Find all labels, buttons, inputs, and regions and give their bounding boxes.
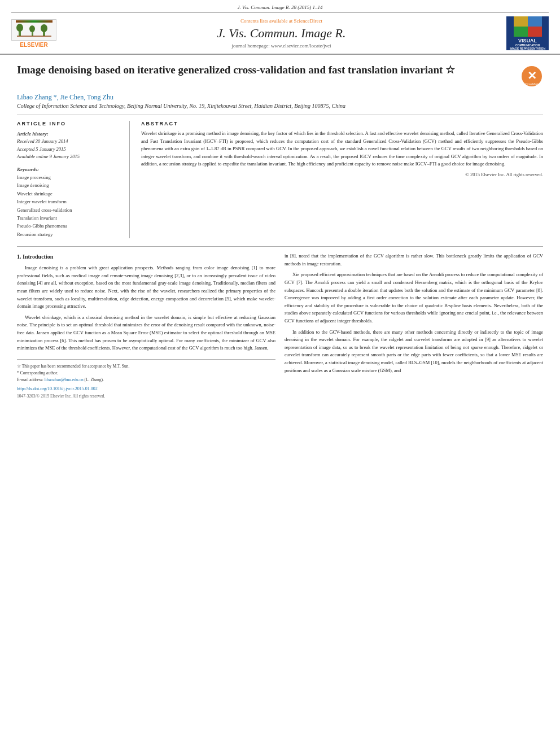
vl-cell-2 [528, 16, 542, 27]
received-text: Received 30 January 2014 [17, 138, 121, 146]
journal-title: J. Vis. Commun. Image R. [56, 26, 506, 41]
sciencedirect-label-text: Contents lists available at [240, 18, 292, 24]
abstract-section: ABSTRACT Wavelet shrinkage is a promisin… [141, 121, 543, 238]
affiliation: College of Information Science and Techn… [17, 103, 543, 109]
elsevier-brand: ELSEVIER [20, 42, 47, 48]
visual-logo-grid [514, 16, 542, 37]
journal-header-area: ELSEVIER Contents lists available at Sci… [0, 13, 560, 55]
svg-text:CrossMark: CrossMark [525, 82, 539, 86]
svg-text:✕: ✕ [527, 69, 537, 82]
sciencedirect-link-text: ScienceDirect [294, 18, 322, 24]
right-para-1: in [6], noted that the implementation of… [285, 252, 543, 268]
visual-journal-logo: VISUAL COMMUNICATION IMAGE REPRESENTATIO… [506, 16, 549, 50]
journal-citation: J. Vis. Commun. Image R. 28 (2015) 1–14 [0, 0, 560, 10]
page: J. Vis. Commun. Image R. 28 (2015) 1–14 [0, 0, 560, 747]
right-column: in [6], noted that the implementation of… [285, 252, 543, 399]
info-abstract-section: ARTICLE INFO Article history: Received 3… [17, 115, 543, 238]
intro-para-2: Wavelet shrinkage, which is a classical … [17, 314, 275, 352]
journal-center-header: Contents lists available at ScienceDirec… [56, 18, 506, 49]
keyword-7: Pseudo-Gibbs phenomena [17, 222, 121, 230]
intro-para-1: Image denoising is a problem with great … [17, 264, 275, 311]
keyword-6: Translation invariant [17, 214, 121, 222]
left-column: 1. Introduction Image denoising is a pro… [17, 252, 275, 399]
keyword-3: Wavelet shrinkage [17, 190, 121, 198]
footnote-email: E-mail address: libaozhan@bnu.edu.cn (L.… [17, 377, 275, 383]
elsevier-tree-svg [16, 24, 53, 40]
received-date: Received 30 January 2014 Accepted 5 Janu… [17, 138, 121, 161]
elsevier-graphic [15, 19, 54, 41]
doi-link[interactable]: http://dx.doi.org/10.1016/j.jvcir.2015.0… [17, 386, 98, 391]
article-info-heading: ARTICLE INFO [17, 121, 121, 126]
section1-heading: 1. Introduction [17, 252, 275, 261]
keywords-label: Keywords: [17, 167, 121, 172]
sciencedirect-label: Contents lists available at ScienceDirec… [56, 18, 506, 24]
crossmark-svg: ✕ CrossMark [520, 65, 543, 88]
right-para-3: In addition to the GCV-based methods, th… [285, 329, 543, 375]
copyright-notice: © 2015 Elsevier Inc. All rights reserved… [141, 172, 543, 177]
article-info-panel: ARTICLE INFO Article history: Received 3… [17, 121, 130, 238]
citation-text: J. Vis. Commun. Image R. 28 (2015) 1–14 [237, 5, 322, 10]
article-history-label: Article history: [17, 131, 121, 137]
main-content-area: 1. Introduction Image denoising is a pro… [17, 246, 543, 399]
keyword-4: Integer wavelet transform [17, 198, 121, 206]
keyword-1: Image processing [17, 173, 121, 181]
elsevier-image [11, 19, 56, 41]
svg-point-1 [16, 24, 23, 32]
footnote-star: ☆ This paper has been recommended for ac… [17, 363, 275, 370]
elsevier-top-bar [16, 20, 53, 23]
footnote-area: ☆ This paper has been recommended for ac… [17, 359, 275, 400]
visual-logo-line3: IMAGE REPRESENTATION [510, 47, 545, 50]
article-body: Image denoising based on iterative gener… [0, 55, 560, 411]
email-link[interactable]: libaozhan@bnu.edu.cn [45, 377, 84, 382]
keywords-list: Image processing Image denoising Wavelet… [17, 173, 121, 239]
article-title: Image denoising based on iterative gener… [17, 63, 520, 77]
footnote-corresponding: * Corresponding author. [17, 370, 275, 377]
accepted-text: Accepted 5 January 2015 [17, 146, 121, 154]
elsevier-logo: ELSEVIER [11, 19, 56, 48]
abstract-heading: ABSTRACT [141, 121, 543, 126]
keyword-8: Recursion strategy [17, 230, 121, 238]
authors: Libao Zhang *, Jie Chen, Tong Zhu [17, 93, 543, 102]
visual-logo-line1: VISUAL [518, 38, 537, 43]
vl-cell-1 [514, 16, 528, 27]
keyword-5: Generalized cross-validation [17, 206, 121, 214]
doi-line: http://dx.doi.org/10.1016/j.jvcir.2015.0… [17, 386, 275, 393]
title-section: Image denoising based on iterative gener… [17, 63, 543, 88]
svg-point-3 [29, 25, 35, 32]
issn-line: 1047-3203/© 2015 Elsevier Inc. All right… [17, 393, 275, 400]
right-para-2: Xie proposed efficient approximation tec… [285, 271, 543, 325]
keyword-2: Image denoising [17, 181, 121, 189]
svg-point-5 [41, 24, 47, 32]
available-text: Available online 9 January 2015 [17, 153, 121, 161]
vl-cell-4 [528, 27, 542, 37]
crossmark-icon[interactable]: ✕ CrossMark [520, 65, 543, 88]
vl-cell-3 [514, 27, 528, 37]
journal-url: journal homepage: www.elsevier.com/locat… [56, 43, 506, 49]
abstract-text: Wavelet shrinkage is a promising method … [141, 130, 543, 168]
